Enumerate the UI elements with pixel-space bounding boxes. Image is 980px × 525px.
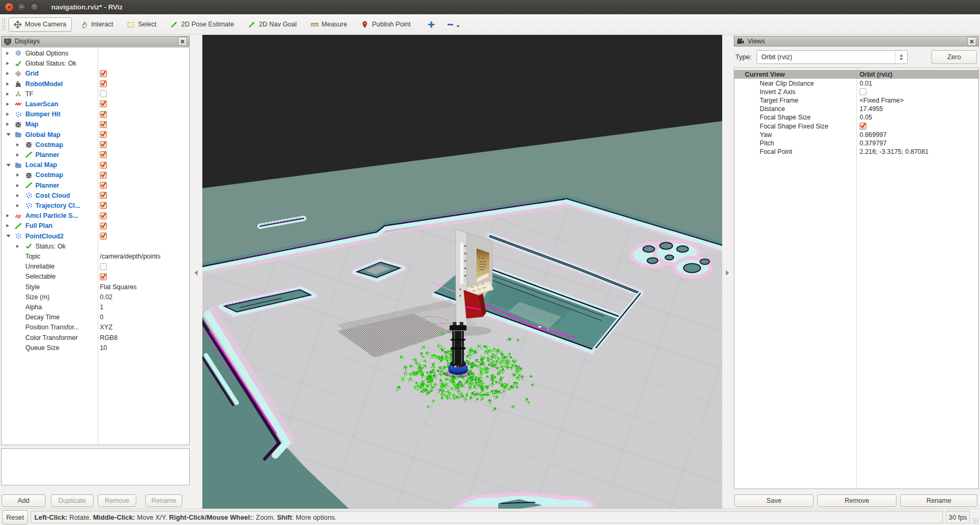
expander-icon[interactable] [6,214,9,217]
row-value[interactable]: 2.216; -3.3175; 0.87081 [860,148,929,155]
row-value[interactable]: 10 [100,344,107,352]
expander-icon[interactable] [6,72,9,75]
resize-grip[interactable] [973,518,979,524]
expander-icon[interactable] [6,82,9,86]
displays-tree-row[interactable]: Planner [2,180,189,190]
views-tree-row[interactable]: Focal Shape Size0.05 [734,113,978,122]
expander-icon[interactable] [6,123,9,126]
views-tree-row[interactable]: Current ViewOrbit (rviz) [734,70,978,79]
left-splitter[interactable] [191,35,202,509]
expander-icon[interactable] [16,173,19,177]
value-checkbox[interactable] [860,123,866,130]
tool-interact[interactable]: Interact [75,17,119,32]
views-tree[interactable]: Current ViewOrbit (rviz)Near Clip Distan… [734,68,979,489]
tool-move-camera[interactable]: Move Camera [8,17,72,32]
enable-checkbox[interactable] [100,182,107,189]
expander-icon[interactable] [6,52,9,55]
value-checkbox[interactable] [100,273,107,280]
row-value[interactable]: 0.01 [860,80,872,87]
3d-viewport[interactable] [202,35,722,509]
collapse-left-icon[interactable] [194,270,198,275]
row-value[interactable]: 17.4955 [860,105,883,113]
tool-select[interactable]: Select [122,17,162,32]
rename-views-button[interactable]: Rename [900,494,977,507]
row-value[interactable]: /camera/depth/points [100,253,161,260]
enable-checkbox[interactable] [100,202,107,209]
views-tree-row[interactable]: Invert Z Axis [734,88,978,96]
enable-checkbox[interactable] [100,141,107,148]
value-checkbox[interactable] [100,263,107,270]
duplicate-button[interactable]: Duplicate [51,494,94,507]
enable-checkbox[interactable] [100,233,107,240]
enable-checkbox[interactable] [100,70,107,77]
enable-checkbox[interactable] [100,162,107,169]
tool-2d-pose-estimate[interactable]: 2D Pose Estimate [165,17,239,32]
views-close-button[interactable] [967,37,976,46]
displays-tree-row[interactable]: Global Status: Ok [2,59,189,69]
displays-tree-row[interactable]: Planner [2,150,189,160]
displays-tree-row[interactable]: Queue Size10 [2,343,189,353]
displays-panel-header[interactable]: Displays [1,36,190,47]
displays-tree-row[interactable]: Unreliable [2,262,189,272]
displays-tree-row[interactable]: Global Map [2,130,189,140]
expander-icon[interactable] [6,113,9,116]
window-minimize-button[interactable]: – [17,3,26,12]
displays-tree-row[interactable]: LaserScan [2,99,189,109]
displays-close-button[interactable] [178,37,187,46]
enable-checkbox[interactable] [100,100,107,107]
window-close-button[interactable]: ✕ [5,3,14,12]
row-value[interactable]: 0.869997 [860,131,886,139]
right-splitter[interactable] [722,35,733,509]
reset-button[interactable]: Reset [2,510,28,524]
displays-tree-row[interactable]: Local Map [2,160,189,170]
displays-tree-row[interactable]: Cost Cloud [2,190,189,200]
expander-icon[interactable] [16,153,19,156]
views-tree-row[interactable]: Target Frame<Fixed Frame> [734,96,978,105]
tool-measure[interactable]: Measure [305,17,353,32]
displays-tree-row[interactable]: Size (m)0.02 [2,292,189,302]
expander-icon[interactable] [6,133,11,136]
enable-checkbox[interactable] [100,131,107,138]
collapse-right-icon[interactable] [726,270,729,275]
expander-icon[interactable] [16,143,19,146]
displays-tree-row[interactable]: Costmap [2,140,189,150]
displays-tree-row[interactable]: Decay Time0 [2,312,189,323]
displays-tree-row[interactable]: Topic/camera/depth/points [2,251,189,261]
window-maximize-button[interactable]: □ [30,3,39,12]
row-value[interactable]: <Fixed Frame> [860,97,903,104]
expander-icon[interactable] [16,245,19,248]
row-value[interactable]: 0 [100,314,104,321]
expander-icon[interactable] [6,235,11,237]
remove-button[interactable]: Remove [98,494,136,507]
views-tree-row[interactable]: Pitch0.379797 [734,139,978,148]
row-value[interactable]: 0.379797 [860,140,886,147]
add-button[interactable]: Add [2,494,45,507]
views-tree-row[interactable]: Distance17.4955 [734,105,978,113]
displays-tree-row[interactable]: Position Transfor...XYZ [2,323,189,333]
remove-tool-button[interactable] [444,19,463,30]
enable-checkbox[interactable] [100,121,107,128]
value-checkbox[interactable] [860,88,866,95]
row-value[interactable]: 0.05 [860,114,872,121]
row-value[interactable]: XYZ [100,324,113,331]
expander-icon[interactable] [6,103,9,106]
add-tool-button[interactable] [424,19,438,31]
expander-icon[interactable] [16,184,19,187]
displays-tree-row[interactable]: Selectable [2,272,189,282]
enable-checkbox[interactable] [100,213,107,219]
row-value[interactable]: Flat Squares [100,283,137,291]
displays-tree-row[interactable]: Costmap [2,170,189,180]
displays-tree-row[interactable]: Full Plan [2,221,189,231]
expander-icon[interactable] [16,204,19,207]
expander-icon[interactable] [6,224,9,227]
views-tree-row[interactable]: Yaw0.869997 [734,131,978,139]
row-value[interactable]: Orbit (rviz) [860,71,892,78]
remove-views-button[interactable]: Remove [817,494,897,507]
spinner-arrows-icon[interactable] [895,51,907,63]
displays-tree-row[interactable]: Amcl Particle S... [2,211,189,221]
views-tree-row[interactable]: Focal Point2.216; -3.3175; 0.87081 [734,148,978,156]
displays-tree-row[interactable]: Grid [2,69,189,79]
views-tree-row[interactable]: Focal Shape Fixed Size [734,122,978,131]
displays-tree-row[interactable]: Color TransformerRGB8 [2,333,189,343]
enable-checkbox[interactable] [100,151,107,158]
